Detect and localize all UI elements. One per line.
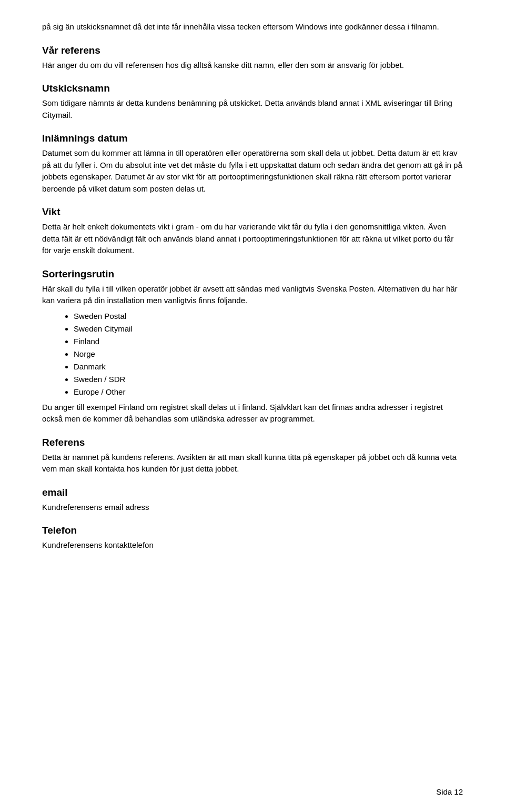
sorteringsrutin-after-text: Du anger till exempel Finland om registr… (42, 402, 463, 425)
page-number: Sida 12 (436, 787, 463, 796)
telefon-heading: Telefon (42, 525, 463, 536)
var-referens-section: Vår referens Här anger du om du vill ref… (42, 45, 463, 72)
email-section: email Kundreferensens email adress (42, 487, 463, 514)
inlamnings-datum-text: Datumet som du kommer att lämna in till … (42, 147, 463, 195)
list-item: Finland (74, 335, 463, 348)
inlamnings-datum-section: Inlämnings datum Datumet som du kommer a… (42, 133, 463, 195)
utskicksnamn-text: Som tidigare nämnts är detta kundens ben… (42, 97, 463, 121)
vikt-text: Detta är helt enkelt dokumentets vikt i … (42, 221, 463, 257)
page-container: på sig än utskicksnamnet då det inte får… (0, 0, 505, 812)
vikt-heading: Vikt (42, 206, 463, 218)
list-item: Europe / Other (74, 386, 463, 398)
inlamnings-datum-heading: Inlämnings datum (42, 133, 463, 144)
intro-paragraph: på sig än utskicksnamnet då det inte får… (42, 21, 463, 33)
sorteringsrutin-heading: Sorteringsrutin (42, 268, 463, 280)
email-text: Kundreferensens email adress (42, 502, 463, 514)
telefon-text: Kundreferensens kontakttelefon (42, 539, 463, 552)
list-item: Sweden / SDR (74, 373, 463, 386)
list-item: Sweden Citymail (74, 323, 463, 335)
sorteringsrutin-section: Sorteringsrutin Här skall du fylla i til… (42, 268, 463, 425)
referens-section: Referens Detta är namnet på kundens refe… (42, 437, 463, 475)
list-item: Danmark (74, 360, 463, 373)
var-referens-heading: Vår referens (42, 45, 463, 56)
vikt-section: Vikt Detta är helt enkelt dokumentets vi… (42, 206, 463, 257)
intro-section: på sig än utskicksnamnet då det inte får… (42, 21, 463, 33)
telefon-section: Telefon Kundreferensens kontakttelefon (42, 525, 463, 552)
referens-text: Detta är namnet på kundens referens. Avs… (42, 452, 463, 475)
sorteringsrutin-intro-text: Här skall du fylla i till vilken operatö… (42, 283, 463, 307)
list-item: Norge (74, 348, 463, 360)
sorteringsrutin-list: Sweden Postal Sweden Citymail Finland No… (74, 310, 463, 398)
email-heading: email (42, 487, 463, 498)
utskicksnamn-heading: Utskicksnamn (42, 83, 463, 94)
referens-heading: Referens (42, 437, 463, 448)
utskicksnamn-section: Utskicksnamn Som tidigare nämnts är dett… (42, 83, 463, 121)
var-referens-text: Här anger du om du vill referensen hos d… (42, 59, 463, 72)
list-item: Sweden Postal (74, 310, 463, 323)
